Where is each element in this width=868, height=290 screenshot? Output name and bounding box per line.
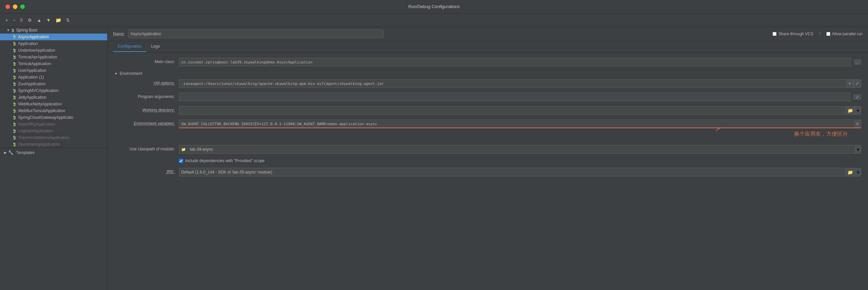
jre-input[interactable]	[179, 168, 845, 177]
working-dir-dropdown-button[interactable]: ▾	[855, 106, 861, 115]
folder-button[interactable]: 📁	[54, 17, 63, 24]
content-area: ▼ 🍃 Spring Boot 🍃 AsyncApplication 🍃 App…	[0, 27, 868, 290]
working-dir-label: Working directory:	[114, 106, 175, 112]
sidebar-item-tomcat[interactable]: 🍃 TomcatApplication	[0, 61, 107, 67]
sidebar-item-label-13: ActiveMQApplication	[18, 122, 56, 126]
app-icon-16: 🍃	[12, 142, 17, 147]
sidebar-item-zuul[interactable]: 🍃 ZuulApplication	[0, 80, 107, 87]
sidebar-item-springcloud-gateway[interactable]: 🍃 SpringCloudGatewayApplicatic	[0, 114, 107, 121]
env-section-title: Environment	[120, 71, 142, 76]
app-icon-10: 🍃	[12, 102, 17, 106]
use-classpath-label: Use classpath of module:	[114, 145, 175, 151]
sidebar-item-label-8: SpringMVCApplication	[18, 88, 59, 93]
working-dir-input[interactable]	[179, 106, 845, 115]
maximize-button[interactable]	[20, 4, 25, 9]
share-vcs-label[interactable]: Share through VCS	[773, 32, 813, 36]
sidebar: ▼ 🍃 Spring Boot 🍃 AsyncApplication 🍃 App…	[0, 27, 107, 290]
sidebar-item-application[interactable]: 🍃 Application	[0, 40, 107, 47]
tab-configuration[interactable]: Configuration	[113, 41, 146, 52]
working-dir-row: Working directory: 📁 ▾	[114, 106, 861, 115]
allow-parallel-checkbox[interactable]	[826, 32, 830, 36]
help-icon[interactable]: ?	[818, 32, 820, 36]
close-button[interactable]	[5, 4, 10, 9]
jre-folder-button[interactable]: 📁	[845, 168, 855, 177]
sidebar-item-webflux-netty[interactable]: 🍃 WebfluxNettyApplication	[0, 101, 107, 107]
main-class-browse-button[interactable]: ...	[854, 60, 861, 65]
app-icon-2: 🍃	[12, 48, 17, 53]
env-vars-label: Environment variables:	[114, 119, 175, 126]
sidebar-item-trace-annotations[interactable]: 🍃 TraceAnnotationsApplication	[0, 134, 107, 141]
app-icon-1: 🍃	[12, 42, 17, 46]
main-class-label: Main class:	[114, 58, 175, 64]
sidebar-item-label-11: WebfluxTomcatApplication	[18, 108, 66, 113]
share-vcs-checkbox[interactable]	[773, 32, 777, 36]
sidebar-item-opentracing[interactable]: 🍃 OpentracingApplication	[0, 141, 107, 148]
sidebar-item-label-10: WebfluxNettyApplication	[18, 102, 62, 106]
module-dropdown-button[interactable]: ▾	[855, 145, 861, 154]
program-args-label: Program arguments:	[114, 93, 175, 99]
remove-config-button[interactable]: −	[11, 17, 17, 24]
spring-boot-icon: 🍃	[11, 29, 15, 32]
env-vars-input[interactable]	[179, 119, 854, 128]
sidebar-item-application-1[interactable]: 🍃 Application (1)	[0, 74, 107, 80]
sidebar-group-spring-boot[interactable]: ▼ 🍃 Spring Boot	[0, 27, 107, 34]
sidebar-item-jetty[interactable]: 🍃 JettyApplication	[0, 94, 107, 101]
sort-button[interactable]: ⇅	[65, 17, 71, 24]
move-down-button[interactable]: ▼	[45, 17, 52, 24]
window-title: Run/Debug Configurations	[408, 4, 460, 9]
app-icon-3: 🍃	[12, 55, 17, 60]
use-classpath-field: 📁 lab-39-async ▾	[179, 145, 861, 154]
allow-parallel-label[interactable]: Allow parallel run	[826, 32, 863, 36]
main-class-input[interactable]	[179, 58, 851, 67]
sidebar-item-label-15: TraceAnnotationsApplication	[18, 135, 69, 140]
sidebar-item-label-2: UndertowApplication	[18, 48, 55, 53]
app-icon-6: 🍃	[12, 75, 17, 79]
sidebar-item-tomcat-apr[interactable]: 🍃 TomcatAprApplication	[0, 54, 107, 61]
vm-options-label: VM options:	[114, 79, 175, 85]
settings-button[interactable]: ⚙	[26, 17, 33, 24]
vm-options-input[interactable]	[179, 79, 846, 88]
program-args-row: Program arguments: ⤢	[114, 93, 861, 101]
sidebar-item-springmvc[interactable]: 🍃 SpringMVCApplication	[0, 87, 107, 94]
vm-fullscreen-button[interactable]: ⤢	[853, 79, 861, 88]
tab-logs[interactable]: Logs	[146, 41, 164, 52]
vm-expand-button[interactable]: +	[846, 79, 853, 88]
sidebar-item-label-4: TomcatApplication	[18, 62, 51, 66]
app-icon-4: 🍃	[12, 62, 17, 66]
templates-section[interactable]: ▶ 🔧 Templates	[0, 148, 107, 157]
vm-options-input-wrapper: + ⤢	[179, 79, 861, 88]
app-icon-async: 🍃	[12, 35, 17, 39]
environment-section-header[interactable]: ▼ Environment	[114, 71, 861, 76]
minimize-button[interactable]	[13, 4, 18, 9]
module-selector-wrapper: 📁 lab-39-async ▾	[179, 145, 861, 154]
env-vars-row: Environment variables: ⎘ 换个应用名，方便区分 ↗	[114, 119, 861, 128]
working-dir-folder-button[interactable]: 📁	[845, 106, 855, 115]
working-dir-input-wrapper: 📁 ▾	[179, 106, 861, 115]
sidebar-item-undertow[interactable]: 🍃 UndertowApplication	[0, 47, 107, 54]
window-controls[interactable]	[5, 4, 25, 9]
sidebar-item-activemq[interactable]: 🍃 ActiveMQApplication	[0, 121, 107, 128]
name-input[interactable]	[128, 30, 383, 38]
jre-dropdown-button[interactable]: ▾	[855, 168, 861, 177]
app-icon-7: 🍃	[12, 82, 17, 86]
expand-arrow-icon: ▼	[7, 29, 10, 32]
jre-label: JRE:	[114, 168, 175, 174]
sidebar-item-async-application[interactable]: 🍃 AsyncApplication	[0, 34, 107, 40]
name-row: Name: Share through VCS ? Allow parallel…	[107, 27, 868, 41]
program-args-expand-button[interactable]: ⤢	[853, 94, 861, 100]
name-row-right: Share through VCS ? Allow parallel run	[773, 32, 863, 36]
include-deps-checkbox[interactable]	[179, 159, 183, 163]
sidebar-item-label-async: AsyncApplication	[18, 35, 49, 39]
form-content: Main class: ... ▼ Environment VM options…	[107, 52, 868, 290]
add-config-button[interactable]: +	[4, 17, 9, 24]
move-up-button[interactable]: ▲	[35, 17, 43, 24]
env-vars-copy-button[interactable]: ⎘	[854, 119, 861, 128]
module-folder-icon: 📁	[179, 145, 188, 154]
copy-config-button[interactable]: ⎘	[19, 17, 24, 23]
sidebar-item-webflux-tomcat[interactable]: 🍃 WebfluxTomcatApplication	[0, 107, 107, 114]
program-args-input[interactable]	[179, 93, 851, 101]
sidebar-item-logback[interactable]: 🍃 LogbackApplication	[0, 128, 107, 134]
app-icon-8: 🍃	[12, 88, 17, 93]
app-icon-13: 🍃	[12, 122, 17, 126]
sidebar-item-user[interactable]: 🍃 UserApplication	[0, 67, 107, 74]
